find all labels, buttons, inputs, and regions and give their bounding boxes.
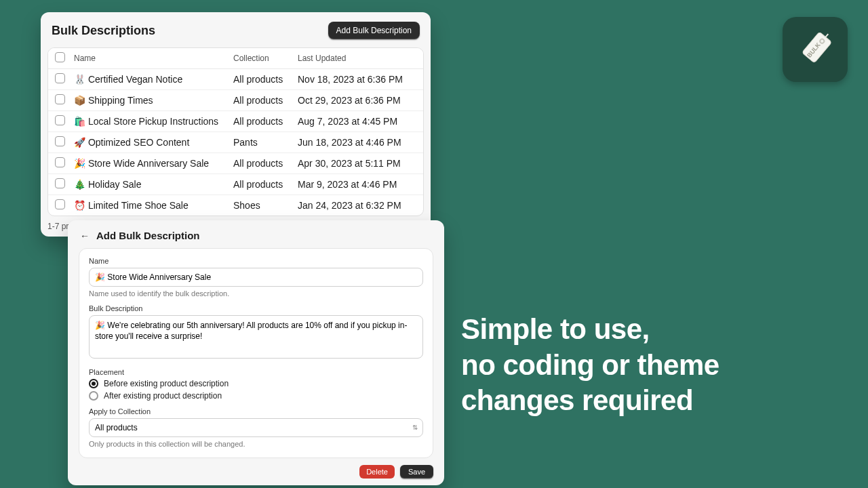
table-row[interactable]: 🛍️ Local Store Pickup InstructionsAll pr… [48,110,423,131]
row-collection: All products [233,74,298,85]
row-updated: Jun 18, 2023 at 4:46 PM [298,137,416,148]
placement-field-label: Placement [89,368,423,376]
table-row[interactable]: 🐰 Certified Vegan NoticeAll productsNov … [48,69,423,89]
delete-button[interactable]: Delete [359,465,395,479]
row-updated: Mar 9, 2023 at 4:46 PM [298,179,416,190]
row-name: 📦 Shipping Times [74,95,233,106]
row-checkbox[interactable] [55,73,65,83]
placement-before-option[interactable]: Before existing product description [89,379,423,388]
row-collection: All products [233,95,298,106]
row-name: 🎄 Holiday Sale [74,179,233,190]
row-collection: All products [233,116,298,127]
placement-before-label: Before existing product description [104,379,229,388]
row-checkbox[interactable] [55,94,65,104]
select-all-checkbox[interactable] [55,52,65,62]
add-bulk-description-card: ← Add Bulk Description Name Name used to… [68,220,444,485]
name-input[interactable] [89,268,423,287]
form-title: Add Bulk Description [96,230,200,241]
row-updated: Apr 30, 2023 at 5:11 PM [298,158,416,169]
placement-radio-group: Before existing product description Afte… [89,379,423,401]
name-field-label: Name [89,257,423,265]
row-checkbox[interactable] [55,199,65,209]
row-updated: Oct 29, 2023 at 6:36 PM [298,95,416,106]
descriptions-table: Name Collection Last Updated 🐰 Certified… [47,47,424,216]
row-updated: Jan 24, 2023 at 6:32 PM [298,200,416,211]
marketing-headline: Simple to use, no coding or theme change… [461,312,719,419]
page-title: Bulk Descriptions [52,24,155,38]
table-row[interactable]: 🎉 Store Wide Anniversary SaleAll product… [48,152,423,174]
table-row[interactable]: ⏰ Limited Time Shoe SaleShoesJan 24, 202… [48,195,423,216]
save-button[interactable]: Save [400,465,433,479]
table-row[interactable]: 📦 Shipping TimesAll productsOct 29, 2023… [48,89,423,110]
placement-after-label: After existing product description [104,391,222,401]
apply-collection-select[interactable]: All products [89,418,423,437]
row-name: 🎉 Store Wide Anniversary Sale [74,158,233,169]
form-header: ← Add Bulk Description [68,220,444,248]
add-bulk-description-button[interactable]: Add Bulk Description [328,22,420,39]
form-body: Name Name used to identify the bulk desc… [79,248,433,458]
bulk-description-textarea[interactable] [89,315,423,359]
bulk-descriptions-card: Bulk Descriptions Add Bulk Description N… [41,12,431,237]
row-updated: Nov 18, 2023 at 6:36 PM [298,74,416,85]
col-header-updated[interactable]: Last Updated [298,54,416,63]
row-name: 🐰 Certified Vegan Notice [74,74,233,85]
row-checkbox[interactable] [55,178,65,188]
tag-icon: BULK [793,28,837,71]
bulk-description-field-label: Bulk Description [89,304,423,312]
row-collection: All products [233,158,298,169]
row-name: 🚀 Optimized SEO Content [74,137,233,148]
radio-icon [89,379,98,388]
apply-collection-help: Only products in this collection will be… [89,440,423,448]
row-checkbox[interactable] [55,157,65,167]
col-header-name[interactable]: Name [74,54,233,63]
row-collection: Shoes [233,200,298,211]
table-row[interactable]: 🚀 Optimized SEO ContentPantsJun 18, 2023… [48,131,423,152]
row-updated: Aug 7, 2023 at 4:45 PM [298,116,416,127]
name-field-help: Name used to identify the bulk descripti… [89,289,423,298]
card-header: Bulk Descriptions Add Bulk Description [41,12,431,45]
row-collection: Pants [233,137,298,148]
app-icon: BULK [783,17,848,82]
row-name: ⏰ Limited Time Shoe Sale [74,200,233,211]
back-arrow-icon[interactable]: ← [80,230,90,241]
row-collection: All products [233,179,298,190]
row-name: 🛍️ Local Store Pickup Instructions [74,116,233,127]
radio-icon [89,391,98,401]
table-row[interactable]: 🎄 Holiday SaleAll productsMar 9, 2023 at… [48,174,423,195]
row-checkbox[interactable] [55,115,65,125]
form-actions: Delete Save [68,458,444,479]
col-header-collection[interactable]: Collection [233,54,298,63]
table-header: Name Collection Last Updated [48,48,423,69]
placement-after-option[interactable]: After existing product description [89,391,423,401]
apply-collection-field-label: Apply to Collection [89,407,423,415]
row-checkbox[interactable] [55,136,65,146]
